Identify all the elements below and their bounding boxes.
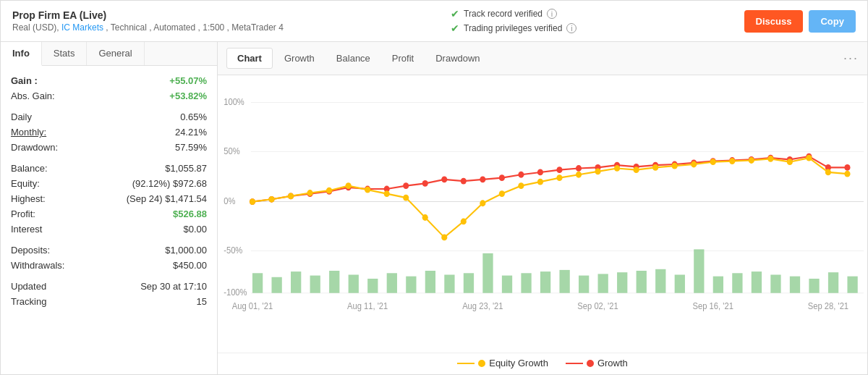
equity-dot-icon	[478, 360, 485, 367]
account-subtitle: Real (USD), IC Markets , Technical , Aut…	[12, 22, 284, 33]
left-tabs: Info Stats General	[1, 42, 217, 66]
check-icon-privileges: ✔	[451, 22, 459, 34]
tab-stats[interactable]: Stats	[42, 42, 88, 65]
chart-menu-dots[interactable]: ···	[843, 51, 859, 66]
abs-gain-row: Abs. Gain: +53.82%	[11, 88, 207, 104]
svg-rect-37	[752, 271, 762, 293]
chart-tab-growth[interactable]: Growth	[274, 49, 325, 68]
info-icon-privileges[interactable]: i	[566, 23, 576, 33]
svg-point-56	[499, 174, 505, 181]
svg-text:-50%: -50%	[224, 245, 242, 254]
svg-point-103	[787, 159, 793, 165]
svg-rect-40	[809, 279, 819, 293]
monthly-label[interactable]: Monthly:	[11, 127, 46, 138]
daily-label: Daily	[11, 111, 32, 122]
updated-label: Updated	[11, 281, 46, 292]
discuss-button[interactable]: Discuss	[744, 10, 804, 33]
svg-rect-33	[675, 274, 685, 292]
check-icon-track: ✔	[451, 8, 459, 20]
tab-info[interactable]: Info	[1, 42, 42, 66]
chart-tab-chart[interactable]: Chart	[226, 48, 273, 69]
svg-point-100	[729, 158, 735, 164]
tracking-label: Tracking	[11, 296, 46, 307]
svg-rect-27	[559, 270, 569, 293]
svg-point-101	[749, 157, 754, 164]
tracking-row: Tracking 15	[11, 294, 207, 309]
chart-legend: Equity Growth Growth	[218, 353, 867, 374]
growth-line-icon	[566, 363, 583, 364]
account-title: Prop Firm EA (Live)	[12, 9, 284, 21]
svg-point-57	[518, 172, 524, 178]
svg-point-89	[518, 182, 524, 189]
daily-value: 0.65%	[180, 111, 207, 122]
svg-text:Sep 28, '21: Sep 28, '21	[808, 300, 848, 310]
chart-tab-balance[interactable]: Balance	[326, 49, 380, 68]
svg-point-102	[767, 156, 773, 162]
interest-label: Interest	[11, 224, 42, 235]
svg-point-106	[844, 171, 850, 177]
chart-tab-drawdown[interactable]: Drawdown	[425, 49, 490, 68]
verified-section: ✔ Track record verified i ✔ Trading priv…	[451, 8, 576, 34]
withdrawals-value: $450.00	[173, 260, 207, 271]
svg-rect-12	[271, 277, 281, 293]
svg-text:Aug 01, '21: Aug 01, '21	[232, 300, 273, 310]
daily-row: Daily 0.65%	[11, 109, 207, 125]
header-left: Prop Firm EA (Live) Real (USD), IC Marke…	[12, 9, 284, 33]
interest-row: Interest $0.00	[11, 222, 207, 237]
svg-point-60	[576, 165, 582, 172]
legend-equity: Equity Growth	[457, 358, 548, 368]
svg-point-84	[422, 214, 428, 221]
header-actions: Discuss Copy	[744, 10, 856, 33]
tab-general[interactable]: General	[87, 42, 144, 65]
profit-value: $526.88	[173, 208, 207, 219]
main-container: Prop Firm EA (Live) Real (USD), IC Marke…	[0, 0, 868, 375]
svg-text:Sep 02, '21: Sep 02, '21	[577, 300, 618, 310]
svg-rect-0	[218, 83, 867, 353]
chart-area: 100% 50% 0% -50% -100%	[218, 75, 867, 353]
equity-growth-label: Equity Growth	[489, 358, 548, 368]
svg-point-87	[480, 200, 485, 206]
svg-point-55	[480, 176, 485, 182]
deposits-label: Deposits:	[11, 245, 50, 256]
svg-point-54	[461, 178, 467, 185]
svg-rect-16	[349, 274, 359, 292]
svg-rect-30	[617, 272, 627, 293]
info-icon-track[interactable]: i	[547, 9, 557, 19]
equity-value: (92.12%) $972.68	[132, 178, 207, 189]
balance-label: Balance:	[11, 163, 48, 174]
divider4	[11, 273, 207, 279]
header: Prop Firm EA (Live) Real (USD), IC Marke…	[1, 1, 867, 42]
chart-tab-profit[interactable]: Profit	[382, 49, 424, 68]
svg-point-85	[441, 235, 447, 241]
svg-text:50%: 50%	[224, 146, 239, 155]
abs-gain-value: +53.82%	[169, 90, 207, 101]
equity-row: Equity: (92.12%) $972.68	[11, 176, 207, 191]
svg-point-93	[595, 168, 600, 174]
svg-point-59	[556, 167, 562, 173]
equity-label: Equity:	[11, 178, 40, 189]
svg-point-91	[556, 174, 562, 181]
balance-value: $1,055.87	[165, 163, 207, 174]
svg-point-80	[346, 182, 352, 189]
copy-button[interactable]: Copy	[809, 10, 856, 33]
deposits-row: Deposits: $1,000.00	[11, 243, 207, 258]
svg-point-53	[441, 176, 447, 182]
svg-rect-23	[482, 253, 493, 293]
svg-point-98	[691, 161, 697, 168]
highest-label: Highest:	[11, 193, 46, 204]
ic-markets-link[interactable]: IC Markets	[61, 22, 103, 33]
svg-point-94	[614, 165, 620, 172]
svg-rect-17	[367, 279, 378, 293]
right-panel: Chart Growth Balance Profit Drawdown ···…	[218, 42, 867, 374]
svg-rect-29	[598, 274, 608, 292]
svg-text:Sep 16, '21: Sep 16, '21	[693, 300, 733, 310]
profit-label: Profit:	[11, 208, 35, 219]
svg-point-78	[307, 190, 312, 196]
svg-point-58	[537, 169, 543, 176]
svg-rect-28	[579, 276, 589, 293]
svg-rect-35	[713, 277, 723, 293]
svg-rect-26	[540, 271, 550, 293]
svg-rect-14	[310, 276, 320, 293]
drawdown-value: 57.59%	[175, 142, 207, 153]
svg-point-97	[672, 163, 678, 169]
